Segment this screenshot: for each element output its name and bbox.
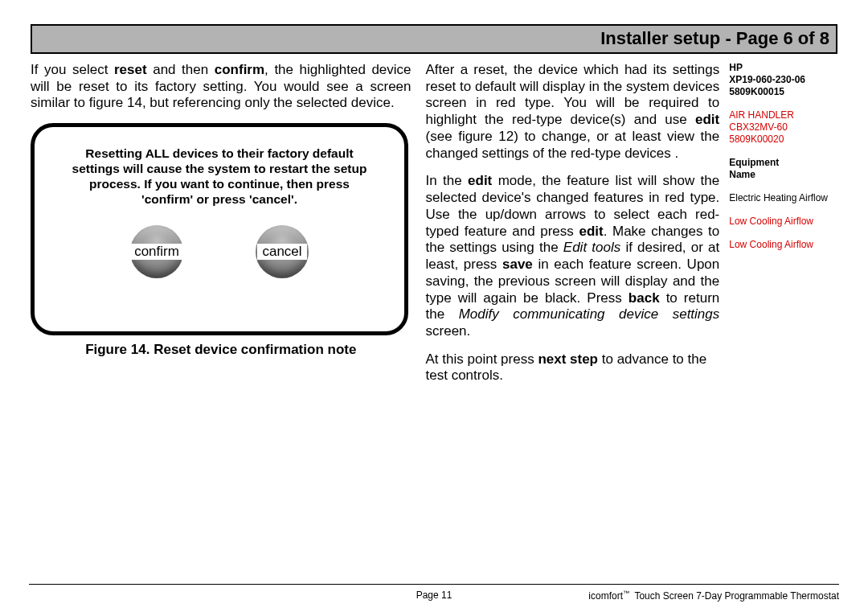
cancel-button-label: cancel	[257, 244, 306, 260]
footer-tagline: Touch Screen 7-Day Programmable Thermost…	[634, 590, 839, 602]
footer-page-number: Page 11	[416, 590, 452, 601]
after-reset-paragraph: After a reset, the device which had its …	[426, 62, 720, 162]
hp-label: HP	[729, 62, 837, 74]
content-columns: If you select reset and then confirm, th…	[31, 62, 837, 396]
dialog-button-row: confirm cancel	[130, 225, 309, 278]
cancel-button[interactable]: cancel	[256, 225, 309, 278]
figure-caption: Figure 14. Reset device confirmation not…	[31, 342, 411, 358]
intro-paragraph: If you select reset and then confirm, th…	[31, 62, 411, 112]
confirm-button-label: confirm	[129, 244, 184, 260]
feature-electric-heating: Electric Heating Airflow	[729, 192, 837, 204]
footer-product-name: icomfort™ Touch Screen 7-Day Programmabl…	[588, 590, 839, 602]
page-header: Installer setup - Page 6 of 8	[31, 24, 837, 54]
middle-column: After a reset, the device which had its …	[426, 62, 720, 396]
page-footer: Page 11 icomfort™ Touch Screen 7-Day Pro…	[29, 584, 839, 590]
confirm-button[interactable]: confirm	[130, 225, 183, 278]
equip-heading-2: Name	[729, 169, 837, 181]
feature-low-cooling-2: Low Cooling Airflow	[729, 239, 837, 251]
reset-dialog-message: Resetting ALL devices to their factory d…	[67, 146, 372, 207]
edit-mode-paragraph: In the edit mode, the feature list will …	[426, 173, 720, 339]
left-column: If you select reset and then confirm, th…	[31, 62, 411, 358]
device-sidebar: HP XP19-060-230-06 5809K00015 AIR HANDLE…	[729, 62, 837, 262]
feature-low-cooling-1: Low Cooling Airflow	[729, 216, 837, 228]
hp-serial: 5809K00015	[729, 86, 837, 98]
equipment-heading: Equipment Name	[729, 157, 837, 181]
ah-model: CBX32MV-60	[729, 121, 837, 134]
trademark-icon: ™	[623, 590, 629, 597]
hp-model: XP19-060-230-06	[729, 74, 837, 86]
ah-serial: 5809K00020	[729, 134, 837, 146]
equip-heading-1: Equipment	[729, 157, 837, 169]
footer-brand: icomfort	[588, 590, 623, 602]
air-handler-block: AIR HANDLER CBX32MV-60 5809K00020	[729, 109, 837, 146]
reset-dialog: Resetting ALL devices to their factory d…	[31, 123, 408, 335]
ah-label: AIR HANDLER	[729, 109, 837, 121]
next-step-paragraph: At this point press next step to advance…	[426, 351, 720, 384]
hp-device-block: HP XP19-060-230-06 5809K00015	[729, 62, 837, 98]
